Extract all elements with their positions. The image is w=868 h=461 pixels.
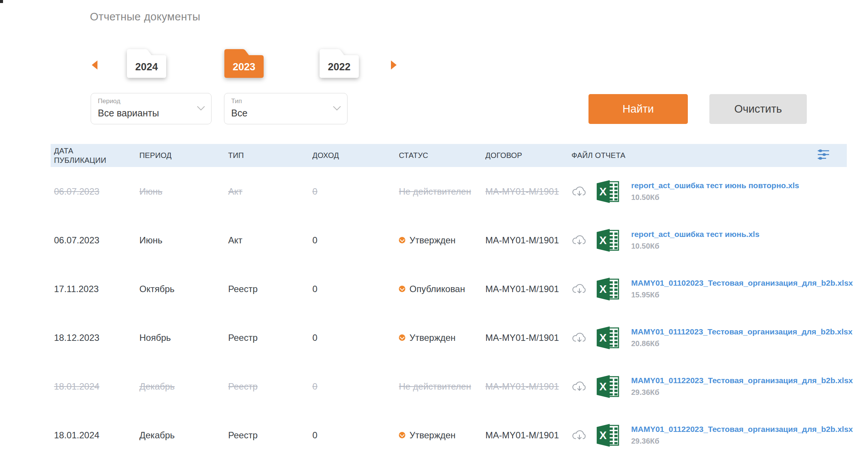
sliders-icon <box>817 149 830 162</box>
status-text: Не действителен <box>399 186 471 197</box>
type-select-value: Все <box>231 108 247 119</box>
cloud-download-icon[interactable] <box>571 282 587 296</box>
file-link[interactable]: MAMY01_01112023_Тестовая_организация_для… <box>631 327 853 336</box>
find-button[interactable]: Найти <box>588 94 688 124</box>
status-text: Утвержден <box>409 235 456 246</box>
file-link[interactable]: MAMY01_01122023_Тестовая_организация_для… <box>631 425 853 434</box>
year-tab-2022[interactable]: 2022 <box>319 48 360 79</box>
file-size: 20.86Кб <box>631 339 853 348</box>
table-row: 06.07.2023 Июнь Акт 0 Утвержден MA-MY01-… <box>51 216 847 265</box>
cell-status: Утвержден <box>399 235 485 246</box>
cloud-download-icon[interactable] <box>571 185 587 198</box>
cell-publish-date: 18.01.2024 <box>54 430 139 441</box>
cell-publish-date: 06.07.2023 <box>54 235 139 246</box>
cell-report-file: X report_act_ошибка тест июнь.xls 10.50К… <box>571 228 817 253</box>
file-info: report_act_ошибка тест июнь повторно.xls… <box>631 181 799 202</box>
screen-corner-artifact <box>0 0 3 3</box>
status-dot-icon <box>399 237 405 243</box>
table-row: 06.07.2023 Июнь Акт 0 Не действителен MA… <box>51 167 847 216</box>
excel-file-icon: X <box>596 228 621 253</box>
clear-button[interactable]: Очистить <box>709 94 807 124</box>
col-header-income: ДОХОД <box>312 151 399 160</box>
table-row: 18.12.2023 Ноябрь Реестр 0 Утвержден MA-… <box>51 313 847 362</box>
cell-income: 0 <box>312 186 399 197</box>
cloud-download-icon[interactable] <box>571 234 587 247</box>
year-tab-2023-selected[interactable]: 2023 <box>224 48 264 79</box>
cell-status: Не действителен <box>399 186 485 197</box>
file-info: MAMY01_01122023_Тестовая_организация_для… <box>631 376 853 397</box>
file-link[interactable]: MAMY01_01102023_Тестовая_организация_для… <box>631 278 853 288</box>
cell-publish-date: 17.11.2023 <box>54 284 139 294</box>
prev-year-arrow-icon[interactable] <box>92 60 97 70</box>
cell-publish-date: 18.01.2024 <box>54 381 139 392</box>
excel-file-icon: X <box>596 179 621 204</box>
file-info: MAMY01_01102023_Тестовая_организация_для… <box>631 278 853 299</box>
cell-contract: MA-MY01-M/1901 <box>485 284 571 294</box>
file-info: report_act_ошибка тест июнь.xls 10.50Кб <box>631 230 760 251</box>
cell-income: 0 <box>312 284 399 294</box>
status-text: Опубликован <box>409 284 465 294</box>
chevron-down-icon <box>333 105 341 112</box>
cell-publish-date: 18.12.2023 <box>54 333 139 343</box>
cell-publish-date: 06.07.2023 <box>54 186 139 197</box>
column-settings-button[interactable] <box>817 149 847 162</box>
type-select[interactable]: Тип Все <box>224 93 348 124</box>
table-row: 18.01.2024 Декабрь Реестр 0 Утвержден MA… <box>51 411 847 459</box>
chevron-down-icon <box>197 105 205 112</box>
file-link[interactable]: report_act_ошибка тест июнь.xls <box>631 230 760 239</box>
cell-contract: MA-MY01-M/1901 <box>485 333 571 343</box>
year-tab-2024[interactable]: 2024 <box>126 48 167 79</box>
cell-income: 0 <box>312 381 399 392</box>
cell-status: Опубликован <box>399 284 485 294</box>
year-label: 2024 <box>126 61 167 73</box>
type-select-label: Тип <box>231 97 242 105</box>
cloud-download-icon[interactable] <box>571 331 587 345</box>
cell-period: Июнь <box>139 235 228 246</box>
cell-income: 0 <box>312 235 399 246</box>
cell-income: 0 <box>312 430 399 441</box>
cell-status: Утвержден <box>399 430 485 441</box>
file-link[interactable]: report_act_ошибка тест июнь повторно.xls <box>631 181 799 190</box>
col-header-contract: ДОГОВОР <box>485 151 571 160</box>
cell-period: Октябрь <box>139 284 228 294</box>
col-header-type: ТИП <box>228 151 312 160</box>
svg-text:X: X <box>599 331 607 343</box>
svg-text:X: X <box>599 185 607 197</box>
excel-file-icon: X <box>596 325 621 350</box>
cloud-download-icon[interactable] <box>571 429 587 442</box>
documents-table: ДАТА ПУБЛИКАЦИИ ПЕРИОД ТИП ДОХОД СТАТУС … <box>51 144 847 459</box>
file-size: 10.50Кб <box>631 193 799 202</box>
cell-type: Реестр <box>228 284 312 294</box>
table-row: 18.01.2024 Декабрь Реестр 0 Не действите… <box>51 362 847 411</box>
period-select-value: Все варианты <box>98 108 159 119</box>
file-info: MAMY01_01112023_Тестовая_организация_для… <box>631 327 853 348</box>
cell-period: Июнь <box>139 186 228 197</box>
file-size: 15.95Кб <box>631 291 853 299</box>
period-select-label: Период <box>98 97 120 105</box>
table-header: ДАТА ПУБЛИКАЦИИ ПЕРИОД ТИП ДОХОД СТАТУС … <box>51 144 847 167</box>
period-select[interactable]: Период Все варианты <box>91 93 212 124</box>
cell-status: Утвержден <box>399 333 485 343</box>
col-header-period: ПЕРИОД <box>139 151 228 160</box>
cloud-download-icon[interactable] <box>571 380 587 393</box>
cell-report-file: X MAMY01_01102023_Тестовая_организация_д… <box>571 277 853 302</box>
file-link[interactable]: MAMY01_01122023_Тестовая_организация_для… <box>631 376 853 385</box>
file-size: 29.36Кб <box>631 437 853 446</box>
cell-report-file: X MAMY01_01112023_Тестовая_организация_д… <box>571 325 853 350</box>
cell-type: Реестр <box>228 430 312 441</box>
status-text: Не действителен <box>399 381 471 392</box>
next-year-arrow-icon[interactable] <box>391 60 397 70</box>
cell-type: Акт <box>228 235 312 246</box>
cell-period: Ноябрь <box>139 333 228 343</box>
year-label: 2022 <box>319 61 360 73</box>
cell-type: Реестр <box>228 333 312 343</box>
cell-type: Акт <box>228 186 312 197</box>
col-header-publish-date: ДАТА ПУБЛИКАЦИИ <box>54 146 105 165</box>
page-title: Отчетные документы <box>90 11 200 23</box>
status-dot-icon <box>399 432 405 438</box>
cell-status: Не действителен <box>399 381 485 392</box>
status-text: Утвержден <box>409 430 456 441</box>
cell-income: 0 <box>312 333 399 343</box>
cell-contract: MA-MY01-M/1901 <box>485 186 571 197</box>
cell-contract: MA-MY01-M/1901 <box>485 235 571 246</box>
